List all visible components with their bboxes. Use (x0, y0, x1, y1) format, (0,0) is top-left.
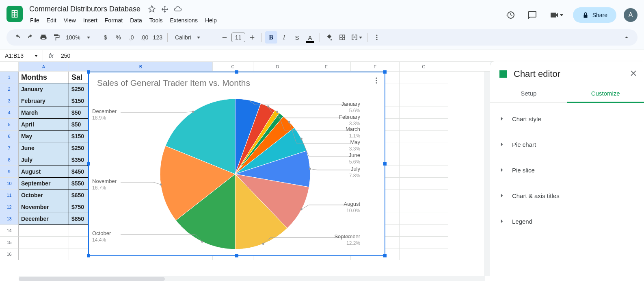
cell[interactable]: Months (19, 72, 69, 83)
col-header-A[interactable]: A (19, 62, 69, 71)
number-format-button[interactable]: 123 (151, 31, 164, 44)
merge-button[interactable] (349, 31, 364, 44)
row-header-9[interactable]: 9 (0, 166, 19, 178)
print-button[interactable] (37, 31, 50, 44)
menu-insert[interactable]: Insert (80, 15, 101, 25)
panel-section[interactable]: Chart & axis titles (490, 183, 644, 209)
cell[interactable] (400, 107, 448, 119)
comment-icon[interactable] (525, 8, 540, 22)
row-header-6[interactable]: 6 (0, 131, 19, 142)
font-selector[interactable]: Calibri (171, 34, 212, 41)
chart-menu-button[interactable] (372, 76, 380, 86)
decrease-decimal-button[interactable]: .0← (125, 31, 138, 44)
collapse-toolbar-button[interactable] (620, 31, 633, 44)
panel-section[interactable]: Chart style (490, 106, 644, 132)
close-button[interactable] (629, 69, 638, 79)
panel-section[interactable]: Pie chart (490, 132, 644, 157)
cell[interactable]: January (19, 83, 69, 95)
row-header-13[interactable]: 13 (0, 213, 19, 225)
cell[interactable] (400, 237, 448, 248)
increase-decimal-button[interactable]: .00→ (138, 31, 151, 44)
col-header-E[interactable]: E (302, 62, 351, 71)
share-button[interactable]: Share (573, 7, 616, 23)
tab-setup[interactable]: Setup (490, 85, 567, 102)
cell[interactable] (400, 154, 448, 166)
decrease-fontsize-button[interactable] (218, 31, 231, 44)
vertical-scrollbar[interactable] (484, 72, 490, 276)
menu-tools[interactable]: Tools (146, 15, 166, 25)
cloud-icon[interactable] (174, 5, 182, 13)
currency-button[interactable]: $ (99, 31, 112, 44)
cell[interactable] (400, 201, 448, 213)
menu-data[interactable]: Data (127, 15, 145, 25)
row-header-14[interactable]: 14 (0, 225, 19, 237)
cell[interactable] (400, 119, 448, 131)
percent-button[interactable]: % (112, 31, 125, 44)
cell[interactable] (19, 225, 69, 237)
col-header-F[interactable]: F (351, 62, 400, 71)
row-header-12[interactable]: 12 (0, 201, 19, 213)
cell[interactable] (400, 83, 448, 95)
cell[interactable] (400, 190, 448, 201)
col-header-C[interactable]: C (213, 62, 253, 71)
cell[interactable]: April (19, 119, 69, 131)
cell[interactable]: May (19, 131, 69, 142)
cell[interactable] (400, 131, 448, 142)
borders-button[interactable] (336, 31, 348, 44)
row-header-1[interactable]: 1 (0, 72, 19, 83)
select-all-corner[interactable] (0, 62, 19, 71)
fill-color-button[interactable] (323, 31, 335, 44)
col-header-B[interactable]: B (69, 62, 213, 71)
col-header-D[interactable]: D (253, 62, 302, 71)
cell[interactable] (400, 178, 448, 190)
menu-view[interactable]: View (61, 15, 79, 25)
cell[interactable]: November (19, 201, 69, 213)
star-icon[interactable] (148, 5, 156, 13)
cell[interactable] (400, 213, 448, 225)
chart-object[interactable]: Sales of General Trader Item vs. Months … (88, 72, 385, 256)
cell[interactable] (400, 72, 448, 83)
cell[interactable]: June (19, 142, 69, 154)
italic-button[interactable]: I (278, 31, 290, 44)
cell[interactable] (400, 142, 448, 154)
bold-button[interactable]: B (265, 31, 277, 44)
spreadsheet-grid[interactable]: ABCDEFG 1MonthsSal2January$2503February$… (0, 62, 490, 281)
history-icon[interactable] (503, 8, 518, 22)
cell[interactable] (400, 95, 448, 107)
menu-extensions[interactable]: Extensions (166, 15, 201, 25)
cell[interactable] (400, 225, 448, 237)
panel-section[interactable]: Pie slice (490, 157, 644, 183)
menu-format[interactable]: Format (102, 15, 126, 25)
meet-button[interactable] (547, 9, 566, 22)
sheets-logo[interactable] (6, 6, 23, 22)
horizontal-scrollbar[interactable] (19, 276, 485, 281)
cell[interactable]: September (19, 178, 69, 190)
row-header-4[interactable]: 4 (0, 107, 19, 119)
cell[interactable]: July (19, 154, 69, 166)
cell[interactable]: October (19, 190, 69, 201)
fontsize-input[interactable]: 11 (231, 33, 245, 42)
text-color-button[interactable]: A (304, 31, 316, 44)
row-header-15[interactable]: 15 (0, 237, 19, 248)
redo-button[interactable] (24, 31, 37, 44)
cell[interactable] (400, 248, 448, 260)
menu-file[interactable]: File (27, 15, 43, 25)
col-header-G[interactable]: G (400, 62, 448, 71)
increase-fontsize-button[interactable] (246, 31, 258, 44)
strikethrough-button[interactable]: S (291, 31, 303, 44)
row-header-10[interactable]: 10 (0, 178, 19, 190)
menu-edit[interactable]: Edit (43, 15, 60, 25)
row-header-11[interactable]: 11 (0, 190, 19, 201)
cell[interactable]: March (19, 107, 69, 119)
cell[interactable] (400, 166, 448, 178)
cell[interactable] (19, 237, 69, 248)
more-button[interactable] (371, 31, 383, 44)
tab-customize[interactable]: Customize (567, 85, 644, 103)
panel-section[interactable]: Legend (490, 209, 644, 234)
cell[interactable]: December (19, 213, 69, 225)
row-header-7[interactable]: 7 (0, 142, 19, 154)
cell[interactable] (19, 248, 69, 260)
undo-button[interactable] (11, 31, 24, 44)
avatar[interactable]: A (624, 8, 638, 22)
row-header-5[interactable]: 5 (0, 119, 19, 131)
